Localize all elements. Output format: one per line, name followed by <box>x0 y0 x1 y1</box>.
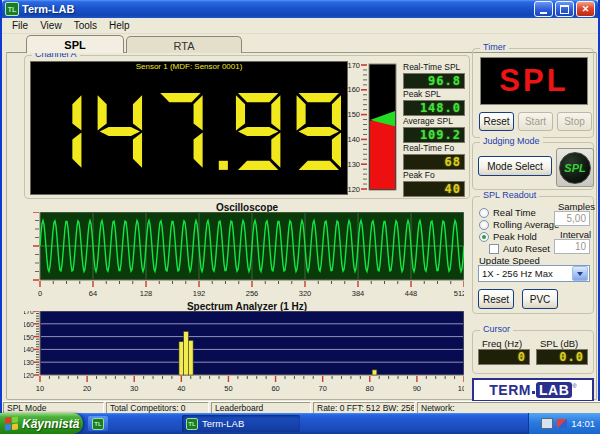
svg-text:100: 100 <box>458 384 464 393</box>
radio-peak-hold[interactable]: Peak Hold <box>479 231 537 242</box>
svg-text:130: 130 <box>347 160 360 169</box>
samples-field[interactable] <box>554 211 590 226</box>
menu-tools[interactable]: Tools <box>68 19 103 32</box>
svg-text:160: 160 <box>24 321 34 328</box>
checkbox-icon <box>489 244 499 254</box>
pvc-button[interactable]: PVC <box>522 289 558 309</box>
svg-text:448: 448 <box>405 289 418 298</box>
readout-peak-spl: Peak SPL 148.0 <box>403 89 465 116</box>
cursor-freq-led: 0 <box>478 349 530 365</box>
seven-segment-value <box>37 74 341 189</box>
svg-text:40: 40 <box>177 384 185 393</box>
tab-spl[interactable]: SPL <box>26 35 124 53</box>
readout-realtime-spl: Real-Time SPL 96.8 <box>403 62 465 89</box>
tab-rta[interactable]: RTA <box>126 36 242 53</box>
radio-rolling-average[interactable]: Rolling Average <box>479 219 559 230</box>
termlab-logo: TERM LAB ® <box>472 378 594 402</box>
spectrum-plot: 120130140150160170102030405060708090100 <box>24 311 464 399</box>
cursor-spl-label: SPL (dB) <box>540 338 578 349</box>
led-average-spl: 109.2 <box>403 127 465 143</box>
svg-text:10: 10 <box>36 384 44 393</box>
app-window: TL Term-LAB ✕ File View Tools Help SPL R… <box>0 0 600 413</box>
spl-readout-caption: SPL Readout <box>480 190 539 200</box>
cursor-caption: Cursor <box>480 324 513 334</box>
svg-text:140: 140 <box>347 135 360 144</box>
close-button[interactable]: ✕ <box>576 1 595 17</box>
cursor-freq-label: Freq (Hz) <box>482 338 522 349</box>
maximize-button[interactable] <box>555 1 574 17</box>
update-speed-select[interactable]: 1X - 256 Hz Max <box>478 265 590 282</box>
svg-text:170: 170 <box>24 311 34 315</box>
svg-text:90: 90 <box>413 384 421 393</box>
readout-peak-fo: Peak Fo 40 <box>403 170 465 197</box>
svg-text:130: 130 <box>24 359 34 366</box>
termlab-app-icon: TL <box>92 418 104 430</box>
menu-help[interactable]: Help <box>103 19 136 32</box>
system-tray: 14:01 <box>528 413 600 434</box>
spl-logo-badge: SPL <box>556 148 594 187</box>
svg-text:140: 140 <box>24 346 34 353</box>
readout-realtime-fo: Real-Time Fo 68 <box>403 143 465 170</box>
led-peak-spl: 148.0 <box>403 100 465 116</box>
readout-reset-button[interactable]: Reset <box>478 289 514 309</box>
svg-text:0: 0 <box>38 289 42 298</box>
radio-icon <box>479 208 489 218</box>
svg-text:120: 120 <box>347 185 360 194</box>
termlab-app-icon: TL <box>186 418 198 430</box>
network-tray-icon[interactable] <box>557 419 567 428</box>
taskbar-clock: 14:01 <box>571 418 595 429</box>
svg-text:320: 320 <box>299 289 312 298</box>
spl-main-display: Sensor 1 (MDF: Sensor 0001) <box>30 61 348 195</box>
svg-text:192: 192 <box>193 289 206 298</box>
cursor-spl-led: 0.0 <box>536 349 588 365</box>
oscilloscope-plot: 064128192256320384448512 <box>30 212 464 298</box>
led-realtime-spl: 96.8 <box>403 73 465 89</box>
menu-bar: File View Tools Help <box>2 18 598 34</box>
svg-text:384: 384 <box>352 289 365 298</box>
window-title: Term-LAB <box>22 3 534 15</box>
timer-stop-button[interactable]: Stop <box>557 112 592 131</box>
svg-text:80: 80 <box>366 384 374 393</box>
svg-text:150: 150 <box>24 334 34 341</box>
app-logo-icon: TL <box>5 2 19 16</box>
menu-view[interactable]: View <box>34 19 68 32</box>
led-peak-fo: 40 <box>403 181 465 197</box>
svg-text:512: 512 <box>454 289 464 298</box>
svg-text:64: 64 <box>89 289 97 298</box>
title-bar: TL Term-LAB ✕ <box>2 0 598 18</box>
timer-caption: Timer <box>480 42 509 52</box>
mode-select-button[interactable]: Mode Select <box>478 156 552 176</box>
timer-display: SPL <box>480 57 588 105</box>
led-realtime-fo: 68 <box>403 154 465 170</box>
sensor-label: Sensor 1 (MDF: Sensor 0001) <box>31 62 347 72</box>
svg-text:20: 20 <box>83 384 91 393</box>
logo-dot <box>532 391 535 394</box>
svg-text:150: 150 <box>347 110 360 119</box>
svg-text:50: 50 <box>224 384 232 393</box>
interval-field[interactable] <box>554 239 590 254</box>
chevron-down-icon[interactable] <box>572 266 588 281</box>
minimize-button[interactable] <box>534 1 553 17</box>
svg-text:60: 60 <box>271 384 279 393</box>
menu-file[interactable]: File <box>6 19 34 32</box>
svg-text:128: 128 <box>140 289 153 298</box>
radio-real-time[interactable]: Real Time <box>479 207 536 218</box>
svg-text:120: 120 <box>24 372 34 379</box>
timer-start-button[interactable]: Start <box>518 112 553 131</box>
spl-level-meter: 120130140150160170 <box>347 60 399 196</box>
display-tray-icon[interactable] <box>541 418 553 429</box>
windows-flag-icon <box>5 417 18 431</box>
checkbox-auto-reset[interactable]: Auto Reset <box>489 243 550 254</box>
start-button[interactable]: Käynnistä <box>0 413 83 434</box>
taskbar-item-termlab[interactable]: TL Term-LAB <box>182 415 300 432</box>
readout-average-spl: Average SPL 109.2 <box>403 116 465 143</box>
svg-text:70: 70 <box>318 384 326 393</box>
svg-text:170: 170 <box>347 61 360 70</box>
svg-text:30: 30 <box>130 384 138 393</box>
svg-text:256: 256 <box>246 289 259 298</box>
svg-text:160: 160 <box>347 85 360 94</box>
judging-mode-caption: Judging Mode <box>480 136 543 146</box>
quicklaunch-termlab-icon[interactable]: TL <box>88 416 108 431</box>
radio-icon-selected <box>479 232 489 242</box>
timer-reset-button[interactable]: Reset <box>479 112 514 131</box>
